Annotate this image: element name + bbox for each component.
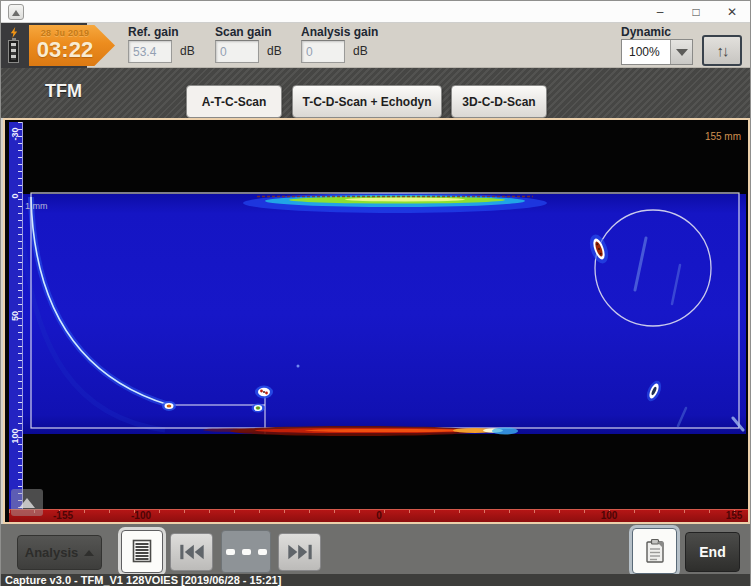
analysis-gain-unit: dB — [353, 44, 368, 58]
tfm-scan-view[interactable]: 1 mm 155 mm -30 0 50 100 -155 -100 0 100… — [3, 118, 750, 524]
end-button-label: End — [699, 544, 725, 560]
maximize-button[interactable]: □ — [678, 1, 714, 23]
triangle-up-icon — [19, 498, 35, 508]
dot-icon — [242, 549, 251, 555]
analysis-gain-group: Analysis gain dB — [301, 25, 401, 40]
dynamic-group: Dynamic 100% — [621, 25, 671, 40]
clipboard-icon — [644, 538, 666, 564]
app-window: – □ ✕ 28 Ju 2019 03:22 Ref. gain dB Scan… — [0, 0, 751, 586]
tab-bar: TFM A-T-C-Scan T-C-D-Scan + Echodyn 3D-C… — [1, 68, 750, 118]
skip-forward-icon — [286, 543, 314, 561]
ref-gain-group: Ref. gain dB — [128, 25, 228, 40]
app-icon — [8, 4, 24, 20]
dot-icon — [226, 549, 235, 555]
scan-gain-group: Scan gain dB — [215, 25, 315, 40]
vertical-ruler: -30 0 50 100 — [9, 122, 23, 509]
more-options-button[interactable] — [221, 530, 271, 573]
up-down-arrows-icon: ↑↓ — [717, 42, 728, 59]
bottom-toolbar: Analysis — [1, 524, 750, 574]
header-bar: 28 Ju 2019 03:22 Ref. gain dB Scan gain … — [1, 23, 750, 68]
time-display: 03:22 — [29, 38, 101, 62]
close-button[interactable]: ✕ — [714, 1, 750, 23]
document-list-icon — [131, 539, 153, 564]
window-controls: – □ ✕ — [642, 1, 750, 23]
scan-gain-unit: dB — [267, 44, 282, 58]
page-title: TFM — [45, 81, 82, 102]
chevron-down-icon — [676, 49, 688, 56]
scan-zoom-handle[interactable] — [11, 489, 43, 516]
analysis-gain-input[interactable] — [301, 40, 345, 63]
report-list-button[interactable] — [121, 530, 163, 573]
caret-up-icon — [84, 550, 94, 556]
horizontal-ruler: -155 -100 0 100 155 — [9, 509, 748, 522]
status-bar: Capture v3.0 - TFM_V1 128VOIES [2019/06/… — [1, 574, 750, 586]
charging-bolt-icon — [9, 27, 19, 38]
hruler-tick: 155 — [726, 510, 743, 521]
analysis-button[interactable]: Analysis — [17, 535, 102, 570]
end-button[interactable]: End — [685, 532, 740, 572]
ref-gain-input[interactable] — [128, 40, 172, 63]
scan-gain-input[interactable] — [215, 40, 259, 63]
dropdown-arrow-button[interactable] — [670, 40, 692, 64]
vruler-tick: 100 — [10, 424, 22, 448]
hruler-tick: 100 — [601, 510, 618, 521]
sort-updown-button[interactable]: ↑↓ — [702, 35, 742, 66]
tab-a-t-c-scan[interactable]: A-T-C-Scan — [186, 85, 282, 118]
dynamic-label: Dynamic — [621, 25, 671, 39]
tfm-scan-image[interactable]: 1 mm 155 mm — [5, 120, 748, 522]
skip-backward-icon — [178, 543, 206, 561]
hruler-tick: -155 — [53, 510, 73, 521]
tab-t-c-d-scan-echodyn[interactable]: T-C-D-Scan + Echodyn — [292, 85, 442, 118]
titlebar: – □ ✕ — [1, 1, 750, 23]
battery-icon — [8, 40, 19, 63]
dynamic-value: 100% — [622, 45, 670, 59]
minimize-button[interactable]: – — [642, 1, 678, 23]
dot-icon — [258, 549, 267, 555]
tab-3d-c-d-scan[interactable]: 3D-C-D-Scan — [451, 85, 547, 118]
ref-gain-unit: dB — [180, 44, 195, 58]
vruler-tick: -30 — [10, 122, 22, 146]
analysis-button-label: Analysis — [25, 545, 78, 560]
hruler-tick: 0 — [376, 510, 382, 521]
battery-indicator-1 — [7, 27, 20, 65]
hruler-tick: -100 — [131, 510, 151, 521]
ref-gain-label: Ref. gain — [128, 25, 228, 39]
dynamic-select[interactable]: 100% — [621, 39, 693, 65]
datetime-banner: 28 Ju 2019 03:22 — [29, 25, 115, 66]
app-icon-glyph — [12, 10, 20, 16]
vruler-tick: 0 — [10, 184, 22, 208]
status-text: Capture v3.0 - TFM_V1 128VOIES [2019/06/… — [5, 574, 281, 586]
scan-gain-label: Scan gain — [215, 25, 315, 39]
analysis-gain-label: Analysis gain — [301, 25, 401, 39]
skip-to-end-button[interactable] — [278, 533, 321, 571]
skip-to-start-button[interactable] — [170, 533, 213, 571]
vruler-tick: 50 — [10, 304, 22, 328]
depth-scale-label: 1 mm — [25, 201, 48, 211]
width-scale-label: 155 mm — [705, 131, 741, 142]
clipboard-button[interactable] — [632, 528, 677, 574]
